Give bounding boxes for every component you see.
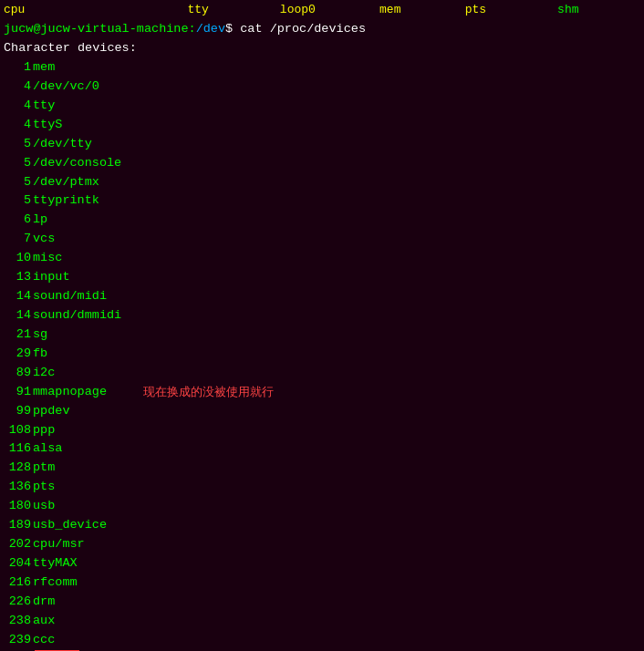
device-line-ppdev: 99 ppdev (4, 402, 640, 421)
device-line-ttys: 4 ttyS (4, 116, 640, 135)
device-line-ptm: 128 ptm (4, 459, 640, 478)
device-line-ptmx: 5 /dev/ptmx (4, 173, 640, 192)
prompt-user: jucw@jucw-virtual-machine: (4, 20, 196, 39)
prompt-dollar: $ (225, 20, 233, 39)
device-line-ttymax: 204 ttyMAX (4, 554, 640, 574)
device-line-tty: 4 tty (4, 97, 640, 116)
device-line-drm: 226 drm (4, 593, 640, 612)
col-loop-label: loop0 (209, 2, 316, 18)
col-cpu-label: cpu (4, 2, 95, 18)
col-shm-label: shm (486, 2, 578, 18)
col-mem-label: mem (316, 2, 401, 18)
device-line-i2c: 89 i2c (4, 364, 640, 383)
device-line-soundmidi: 14 sound/midi (4, 287, 640, 306)
device-line-sounddmmidi: 14 sound/dmmidi (4, 306, 640, 326)
device-line-ccc: 239 ccc (4, 631, 640, 650)
device-line-devtty: 5 /dev/tty (4, 135, 640, 154)
device-line-cpumsr: 202 cpu/msr (4, 535, 640, 554)
device-line-ppp: 108 ppp (4, 421, 640, 440)
device-line-usb: 180 usb (4, 497, 640, 516)
top-bar: cpu tty loop0 mem pts shm (4, 2, 640, 18)
device-line-ttyprintk: 5 ttyprintk (4, 191, 640, 211)
device-line-usbdevice: 189 usb_device (4, 516, 640, 535)
prompt-line: jucw@jucw-virtual-machine:/dev$ cat /pro… (4, 20, 640, 39)
device-line-fb: 29 fb (4, 345, 640, 364)
device-line-input: 13 input (4, 268, 640, 287)
device-line-misc: 10 misc (4, 249, 640, 268)
device-line-console: 5 /dev/console (4, 154, 640, 173)
device-line-vc0: 4 /dev/vc/0 (4, 78, 640, 97)
device-line-aux: 238 aux (4, 612, 640, 631)
terminal: cpu tty loop0 mem pts shm jucw@jucw-virt… (0, 0, 644, 651)
device-line-mmapnopage: 91 mmapnopage 现在换成的没被使用就行 (4, 383, 640, 402)
prompt-path: /dev (196, 20, 225, 39)
device-line-rfcomm: 216 rfcomm (4, 574, 640, 593)
device-line-vcs: 7 vcs (4, 230, 640, 249)
annotation-mmapnopage: 现在换成的没被使用就行 (143, 383, 274, 401)
col-tty-label: tty (95, 2, 209, 18)
device-line-mem: 1 mem (4, 58, 640, 78)
device-line-pts: 136 pts (4, 478, 640, 497)
prompt-cmd: cat /proc/devices (233, 20, 366, 39)
col-pts-label: pts (400, 2, 486, 18)
device-line-alsa: 116 alsa (4, 439, 640, 459)
device-line-sg: 21 sg (4, 326, 640, 345)
section-header: Character devices: (4, 39, 640, 58)
device-line-lp: 6 lp (4, 211, 640, 230)
